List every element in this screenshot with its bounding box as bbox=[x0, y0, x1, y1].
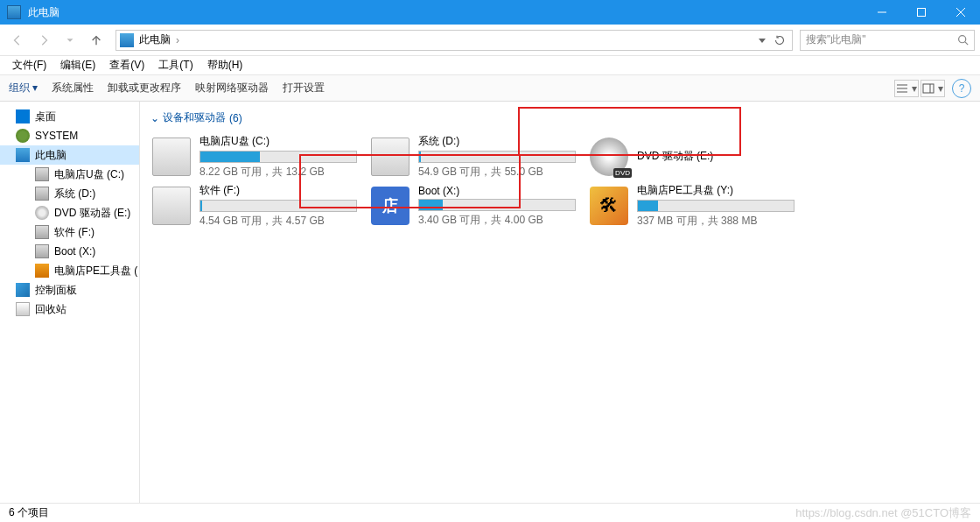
tree-ctrl-panel[interactable]: 控制面板 bbox=[0, 280, 139, 300]
drive-icon bbox=[35, 187, 49, 201]
tree-this-pc[interactable]: 此电脑 bbox=[0, 145, 139, 165]
menu-file[interactable]: 文件(F) bbox=[7, 56, 52, 74]
group-title: 设备和驱动器 bbox=[163, 110, 226, 125]
close-button[interactable] bbox=[941, 0, 980, 25]
svg-marker-4 bbox=[67, 39, 74, 42]
dvd-icon bbox=[35, 206, 49, 220]
tree-system-user[interactable]: SYSTEM bbox=[0, 126, 139, 145]
maximize-button[interactable] bbox=[901, 0, 941, 25]
svg-line-8 bbox=[965, 42, 968, 45]
status-bar: 6 个项目 https://blog.csdn.net @51CTO博客 bbox=[0, 503, 980, 522]
back-button[interactable] bbox=[5, 28, 30, 53]
tree-label: 桌面 bbox=[35, 109, 56, 124]
menu-bar: 文件(F)编辑(E)查看(V)工具(T)帮助(H) bbox=[0, 56, 980, 75]
drive-name: DVD 驱动器 (E:) bbox=[637, 149, 798, 164]
cmd-sysprop[interactable]: 系统属性 bbox=[52, 81, 94, 95]
forward-button[interactable] bbox=[32, 28, 56, 53]
item-count: 6 个项目 bbox=[9, 505, 49, 520]
address-dropdown[interactable] bbox=[753, 31, 771, 50]
tree-drive-e[interactable]: DVD 驱动器 (E:) bbox=[0, 203, 139, 222]
dvd-drive-icon bbox=[590, 138, 628, 176]
menu-help[interactable]: 帮助(H) bbox=[202, 56, 248, 74]
watermark: https://blog.csdn.net @51CTO博客 bbox=[795, 505, 971, 521]
tree-label: DVD 驱动器 (E:) bbox=[54, 206, 130, 221]
tree-label: 电脑店PE工具盘 ( bbox=[54, 264, 137, 279]
pc-icon bbox=[120, 33, 134, 47]
pe-drive-icon bbox=[590, 187, 628, 225]
drive-name: 系统 (D:) bbox=[418, 134, 579, 149]
content-pane[interactable]: ⌄ 设备和驱动器 (6) 电脑店U盘 (C:)8.22 GB 可用，共 13.2… bbox=[140, 102, 980, 503]
drive-name: 软件 (F:) bbox=[200, 183, 360, 198]
help-button[interactable]: ? bbox=[952, 79, 971, 98]
group-header-devices[interactable]: ⌄ 设备和驱动器 (6) bbox=[150, 110, 973, 125]
tree-label: SYSTEM bbox=[35, 130, 78, 142]
preview-pane-button[interactable]: ▾ bbox=[920, 80, 945, 97]
cmd-org[interactable]: 组织 ▾ bbox=[9, 81, 38, 95]
view-details-button[interactable]: ▾ bbox=[894, 80, 919, 97]
recycle-icon bbox=[16, 302, 30, 316]
drive-icon bbox=[35, 225, 49, 239]
drive-d[interactable]: 系统 (D:)54.9 GB 可用，共 55.0 GB bbox=[366, 132, 584, 181]
search-icon bbox=[957, 34, 969, 46]
tree-label: 软件 (F:) bbox=[54, 225, 94, 240]
minimize-button[interactable] bbox=[862, 0, 901, 25]
drive-subtext: 337 MB 可用，共 388 MB bbox=[637, 214, 798, 229]
svg-point-7 bbox=[959, 36, 966, 43]
drive-e[interactable]: DVD 驱动器 (E:) bbox=[584, 132, 803, 181]
desktop-icon bbox=[16, 109, 30, 123]
menu-tools[interactable]: 工具(T) bbox=[153, 56, 198, 74]
drive-subtext: 8.22 GB 可用，共 13.2 GB bbox=[200, 165, 360, 180]
disk-drive-icon bbox=[152, 187, 191, 225]
tree-drive-d[interactable]: 系统 (D:) bbox=[0, 184, 139, 203]
cmd-mapnet[interactable]: 映射网络驱动器 bbox=[195, 81, 269, 95]
drive-f[interactable]: 软件 (F:)4.54 GB 可用，共 4.57 GB bbox=[147, 181, 366, 230]
tree-label: 控制面板 bbox=[35, 283, 77, 298]
drive-name: Boot (X:) bbox=[418, 185, 579, 197]
drive-subtext: 3.40 GB 可用，共 4.00 GB bbox=[418, 213, 579, 228]
drive-c[interactable]: 电脑店U盘 (C:)8.22 GB 可用，共 13.2 GB bbox=[147, 132, 366, 181]
cmd-settings[interactable]: 打开设置 bbox=[283, 81, 325, 95]
cp-icon bbox=[16, 283, 30, 297]
menu-edit[interactable]: 编辑(E) bbox=[55, 56, 101, 74]
tree-drive-y[interactable]: 电脑店PE工具盘 ( bbox=[0, 261, 139, 280]
tree-desktop[interactable]: 桌面 bbox=[0, 107, 139, 126]
svg-marker-6 bbox=[759, 39, 766, 43]
address-bar[interactable]: 此电脑 › bbox=[116, 30, 793, 51]
app-icon bbox=[7, 5, 21, 19]
disk-drive-icon bbox=[152, 138, 191, 176]
tree-drive-f[interactable]: 软件 (F:) bbox=[0, 222, 139, 242]
drive-icon bbox=[35, 167, 49, 181]
svg-rect-12 bbox=[923, 84, 934, 93]
search-placeholder: 搜索"此电脑" bbox=[806, 32, 957, 47]
nav-tree[interactable]: 桌面SYSTEM此电脑电脑店U盘 (C:)系统 (D:)DVD 驱动器 (E:)… bbox=[0, 102, 140, 503]
tree-drive-x[interactable]: Boot (X:) bbox=[0, 242, 139, 261]
breadcrumb-root[interactable]: 此电脑 bbox=[139, 32, 171, 47]
recent-dropdown[interactable] bbox=[58, 28, 82, 53]
tree-drive-c[interactable]: 电脑店U盘 (C:) bbox=[0, 165, 139, 184]
nav-bar: 此电脑 › 搜索"此电脑" bbox=[0, 25, 980, 56]
boot-drive-icon: 店 bbox=[371, 187, 410, 225]
chevron-down-icon: ⌄ bbox=[150, 112, 159, 124]
window-title: 此电脑 bbox=[28, 5, 60, 20]
pc-icon bbox=[16, 148, 30, 162]
svg-rect-1 bbox=[917, 9, 925, 17]
title-bar: 此电脑 bbox=[0, 0, 980, 25]
user-icon bbox=[16, 129, 30, 143]
group-count: (6) bbox=[229, 112, 242, 124]
menu-view[interactable]: 查看(V) bbox=[104, 56, 150, 74]
search-input[interactable]: 搜索"此电脑" bbox=[800, 30, 975, 51]
tree-recycle[interactable]: 回收站 bbox=[0, 300, 139, 319]
breadcrumb-sep: › bbox=[176, 34, 179, 46]
refresh-button[interactable] bbox=[771, 31, 788, 50]
cmd-uninstall[interactable]: 卸载或更改程序 bbox=[108, 81, 181, 95]
drive-y[interactable]: 电脑店PE工具盘 (Y:)337 MB 可用，共 388 MB bbox=[584, 181, 803, 230]
disk-drive-icon bbox=[371, 138, 410, 176]
storage-bar bbox=[418, 151, 576, 163]
storage-bar bbox=[637, 200, 794, 212]
drive-subtext: 4.54 GB 可用，共 4.57 GB bbox=[200, 214, 360, 229]
drive-x[interactable]: 店Boot (X:)3.40 GB 可用，共 4.00 GB bbox=[366, 181, 584, 230]
command-bar: 组织 ▾系统属性卸载或更改程序映射网络驱动器打开设置 ▾ ▾ ? bbox=[0, 75, 980, 102]
up-button[interactable] bbox=[84, 28, 108, 53]
drive-name: 电脑店U盘 (C:) bbox=[200, 134, 360, 149]
drive-icon bbox=[35, 244, 49, 258]
